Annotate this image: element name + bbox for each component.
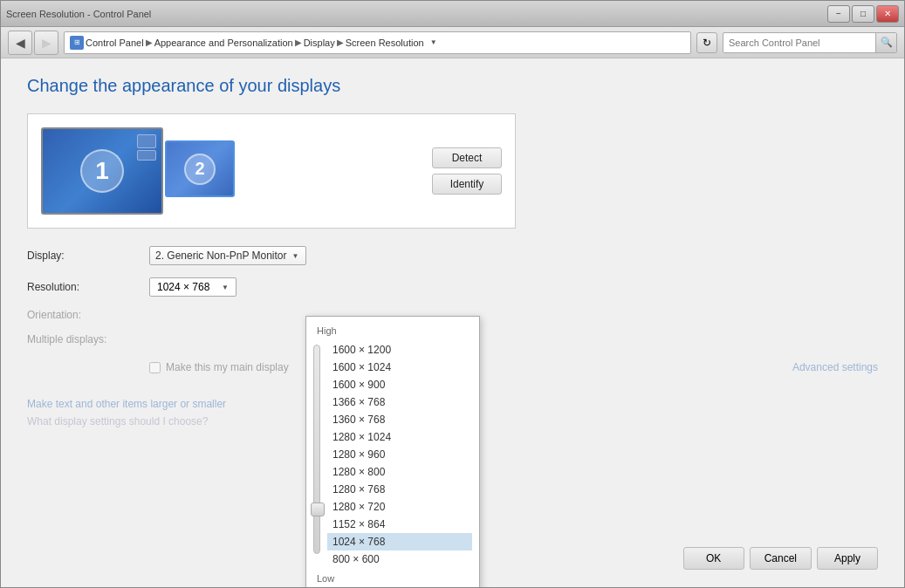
nav-buttons: ◀ ▶ <box>8 31 58 55</box>
address-bar: ◀ ▶ ⊞ Control Panel ▶ Appearance and Per… <box>1 27 904 58</box>
title-bar: Screen Resolution - Control Panel − □ ✕ <box>1 1 904 27</box>
resolution-slider-track[interactable] <box>313 345 320 554</box>
resolution-row: Resolution: 1024 × 768 ▼ <box>27 277 878 297</box>
maximize-button[interactable]: □ <box>852 5 874 23</box>
title-bar-text: Screen Resolution - Control Panel <box>6 9 151 19</box>
display-dropdown-arrow: ▼ <box>292 252 299 260</box>
resolution-dropdown-popup: High 1600 × 12001600 × 10241600 × 900136… <box>305 316 480 587</box>
breadcrumb-display[interactable]: Display <box>304 38 335 48</box>
resolution-item[interactable]: 1360 × 768 <box>327 411 472 428</box>
resolution-item[interactable]: 1366 × 768 <box>327 393 472 411</box>
detect-button[interactable]: Detect <box>432 147 502 168</box>
search-icon[interactable]: 🔍 <box>875 32 896 53</box>
resolution-item[interactable]: 1600 × 900 <box>327 376 472 393</box>
search-box: 🔍 <box>723 32 897 53</box>
display-row: Display: 2. Generic Non-PnP Monitor ▼ <box>27 246 878 265</box>
forward-button[interactable]: ▶ <box>34 31 58 55</box>
monitor-2[interactable]: 2 <box>165 140 235 197</box>
resolution-item[interactable]: 1600 × 1024 <box>327 359 472 376</box>
monitor-icon-1 <box>137 134 156 148</box>
resolution-item[interactable]: 1600 × 1200 <box>327 341 472 359</box>
control-panel-icon: ⊞ <box>70 36 84 50</box>
display-label: Display: <box>27 250 149 262</box>
main-content: Change the appearance of your displays 1… <box>1 58 904 587</box>
dropdown-low-label: Low <box>306 571 479 585</box>
monitor-icon-2 <box>137 150 156 161</box>
make-main-checkbox-row: Make this my main display <box>149 361 289 373</box>
dropdown-slider-area: 1600 × 12001600 × 10241600 × 9001366 × 7… <box>306 338 479 571</box>
resolution-label: Resolution: <box>27 281 149 293</box>
resolution-value: 1024 × 768 <box>157 281 209 293</box>
dropdown-high-label: High <box>306 324 479 338</box>
detect-identify-buttons: Detect Identify <box>432 147 502 195</box>
resolution-select[interactable]: 1024 × 768 ▼ <box>149 277 237 297</box>
breadcrumb-control-panel[interactable]: Control Panel <box>86 38 144 48</box>
breadcrumb-sep-3: ▶ <box>337 38 344 47</box>
breadcrumb-bar: ⊞ Control Panel ▶ Appearance and Persona… <box>64 31 691 54</box>
breadcrumb-sep-2: ▶ <box>295 38 302 47</box>
resolution-item[interactable]: 1280 × 720 <box>327 498 472 516</box>
window: Screen Resolution - Control Panel − □ ✕ … <box>0 0 905 588</box>
resolution-item[interactable]: 1280 × 800 <box>327 463 472 481</box>
breadcrumb-appearance[interactable]: Appearance and Personalization <box>154 38 293 48</box>
monitor-2-number: 2 <box>184 154 216 185</box>
breadcrumb-dropdown-arrow[interactable]: ▼ <box>426 31 442 54</box>
minimize-button[interactable]: − <box>827 5 850 23</box>
refresh-button[interactable]: ↻ <box>696 32 717 53</box>
breadcrumb-screen-resolution[interactable]: Screen Resolution <box>346 38 424 48</box>
apply-button[interactable]: Apply <box>817 547 878 570</box>
close-button[interactable]: ✕ <box>876 5 899 23</box>
title-bar-left: Screen Resolution - Control Panel <box>6 9 151 19</box>
monitor-1[interactable]: 1 <box>41 127 163 215</box>
display-value: 2. Generic Non-PnP Monitor <box>155 250 287 262</box>
monitors-container: 1 2 <box>41 127 415 215</box>
page-title: Change the appearance of your displays <box>27 76 878 96</box>
breadcrumb-sep-1: ▶ <box>146 38 153 47</box>
advanced-settings-link[interactable]: Advanced settings <box>792 361 878 373</box>
resolution-items-list: 1600 × 12001600 × 10241600 × 9001366 × 7… <box>327 341 472 568</box>
resolution-item[interactable]: 1152 × 864 <box>327 516 472 533</box>
monitor-1-icons <box>137 134 156 161</box>
monitor-preview: 1 2 Detect Identify <box>27 113 516 229</box>
display-select[interactable]: 2. Generic Non-PnP Monitor ▼ <box>149 246 306 265</box>
search-input[interactable] <box>723 38 875 48</box>
resolution-item[interactable]: 1024 × 768 <box>327 533 472 550</box>
back-button[interactable]: ◀ <box>8 31 32 55</box>
monitor-1-number: 1 <box>80 149 124 193</box>
multiple-displays-label: Multiple displays: <box>27 333 149 345</box>
cancel-button[interactable]: Cancel <box>750 547 812 570</box>
bottom-buttons: OK Cancel Apply <box>683 547 878 570</box>
resolution-slider-thumb[interactable] <box>311 503 325 516</box>
resolution-item[interactable]: 1280 × 960 <box>327 446 472 463</box>
resolution-control: 1024 × 768 ▼ <box>149 277 237 297</box>
make-main-checkbox[interactable] <box>149 362 161 373</box>
title-bar-controls: − □ ✕ <box>827 5 899 23</box>
identify-button[interactable]: Identify <box>432 174 502 195</box>
resolution-item[interactable]: 800 × 600 <box>327 550 472 568</box>
make-main-label: Make this my main display <box>166 361 289 373</box>
resolution-item[interactable]: 1280 × 768 <box>327 481 472 498</box>
orientation-label: Orientation: <box>27 309 149 321</box>
resolution-item[interactable]: 1280 × 1024 <box>327 428 472 446</box>
resolution-dropdown-arrow: ▼ <box>222 284 229 291</box>
ok-button[interactable]: OK <box>683 547 744 570</box>
